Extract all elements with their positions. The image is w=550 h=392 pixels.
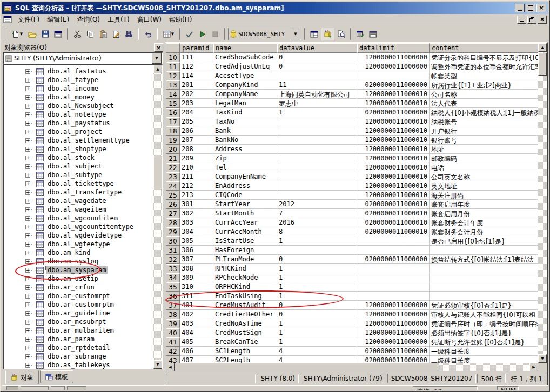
table-row[interactable]: 29 304 CurrAccMonth 8 0200000011000010 账…: [166, 227, 538, 236]
tree-item[interactable]: + dbo.am_syslog: [4, 257, 153, 266]
cell-datavalue[interactable]: 1: [277, 282, 357, 292]
cell-datalimit[interactable]: 0200000011000000: [357, 255, 430, 264]
object-search-button[interactable]: [335, 28, 347, 40]
cell-paramid[interactable]: 202: [180, 90, 213, 99]
cell-content[interactable]: 所属行业{[1]工业;[2]商业}: [430, 80, 538, 90]
tree-item[interactable]: + dbo.al_subtype: [4, 171, 153, 179]
row-number-cell[interactable]: 19: [166, 136, 180, 145]
cell-content[interactable]: 公司英文名称: [430, 172, 538, 181]
expand-plus-icon[interactable]: +: [25, 207, 30, 212]
scroll-left-icon[interactable]: ◀: [166, 363, 175, 371]
cell-name[interactable]: IsStartUse: [213, 236, 277, 246]
expand-plus-icon[interactable]: +: [25, 173, 30, 178]
cell-datavalue[interactable]: [277, 191, 357, 200]
cell-paramid[interactable]: 304: [180, 227, 213, 236]
row-number-cell[interactable]: 41: [166, 337, 180, 347]
child-restore-button[interactable]: [527, 16, 536, 24]
table-row[interactable]: 30 305 IsStartUse 1 是否已启用{[0]否;[1]是}: [166, 236, 538, 246]
tree-item[interactable]: + dbo.ar_mcsubrpt: [4, 317, 153, 326]
expand-plus-icon[interactable]: +: [25, 156, 30, 160]
row-number-cell[interactable]: 28: [166, 218, 180, 227]
table-row[interactable]: 10 111 CredShowSubCode 0 120000001100000…: [166, 53, 538, 62]
tree-item[interactable]: + dbo.am_sysparam: [4, 266, 153, 274]
tree-item[interactable]: + dbo.al_money: [4, 93, 153, 102]
cell-datavalue[interactable]: 7: [277, 209, 357, 218]
cell-name[interactable]: TaxNo: [213, 117, 277, 126]
cell-paramid[interactable]: 303: [180, 218, 213, 227]
cell-datalimit[interactable]: 0200000011000000: [357, 356, 430, 363]
cell-datavalue[interactable]: 2012: [277, 200, 357, 209]
tree-item[interactable]: + dbo.am_kind: [4, 248, 153, 257]
cell-datavalue[interactable]: 0: [277, 301, 357, 310]
cell-content[interactable]: 二级科目长度: [430, 356, 538, 363]
child-minimize-button[interactable]: [517, 16, 526, 24]
new-query-button[interactable]: ▼: [9, 28, 25, 40]
row-number-cell[interactable]: 15: [166, 99, 180, 108]
table-row[interactable]: 35 310 ORPHCKind 1: [166, 282, 538, 292]
cell-name[interactable]: Bank: [213, 126, 277, 136]
menu-item[interactable]: 窗口(W): [133, 14, 165, 25]
cell-paramid[interactable]: 213: [180, 191, 213, 200]
cell-content[interactable]: 损益结转方式{[0]帐结法;[1]表结法: [430, 255, 538, 264]
cell-name[interactable]: StartYear: [213, 200, 277, 209]
tree-item[interactable]: + dbo.al_wageitem: [4, 205, 153, 214]
column-header-datalimit[interactable]: datalimit: [357, 43, 430, 53]
cell-paramid[interactable]: 407: [180, 356, 213, 363]
cell-paramid[interactable]: 310: [180, 282, 213, 292]
expand-plus-icon[interactable]: +: [25, 216, 30, 221]
row-number-cell[interactable]: 21: [166, 154, 180, 163]
cell-content[interactable]: [430, 246, 538, 255]
cell-paramid[interactable]: 301: [180, 200, 213, 209]
cell-paramid[interactable]: 405: [180, 337, 213, 347]
cell-content[interactable]: 审核人与记账人不能相同{[0]可以相: [430, 310, 538, 319]
row-number-cell[interactable]: 20: [166, 145, 180, 154]
grid-vscroll-thumb[interactable]: [538, 53, 547, 76]
row-number-cell[interactable]: 32: [166, 255, 180, 264]
cell-datavalue[interactable]: 4: [277, 347, 357, 356]
tree-item[interactable]: + dbo.am_usetip: [4, 274, 153, 283]
tab-objects[interactable]: 对象: [5, 370, 39, 384]
row-number-cell[interactable]: 38: [166, 310, 180, 319]
cell-name[interactable]: StartMonth: [213, 209, 277, 218]
cell-content[interactable]: 英文地址: [430, 181, 538, 191]
table-row[interactable]: 32 307 PLTranMode 0 0200000011000000 损益结…: [166, 255, 538, 264]
cell-content[interactable]: [430, 273, 538, 282]
expand-plus-icon[interactable]: +: [25, 104, 30, 109]
expand-plus-icon[interactable]: +: [25, 112, 30, 117]
table-row[interactable]: 20 208 Address 1200000011000010 地址: [166, 145, 538, 154]
tree-item[interactable]: + dbo.as_tablekeys: [4, 361, 153, 369]
table-row[interactable]: 17 205 TaxNo 1200000011000010 纳税账号: [166, 117, 538, 126]
table-row[interactable]: 21 209 Zip 1200000011000010 邮政编码: [166, 154, 538, 163]
expand-plus-icon[interactable]: +: [25, 346, 30, 350]
cell-datalimit[interactable]: 0200000011000000: [357, 108, 430, 117]
tree-item[interactable]: + dbo.al_wgcountitemtype: [4, 222, 153, 231]
row-number-cell[interactable]: 33: [166, 264, 180, 273]
tree-item[interactable]: + dbo.al_shoptype: [4, 145, 153, 153]
table-row[interactable]: 31 306 HasForeign: [166, 246, 538, 255]
row-number-cell[interactable]: 14: [166, 90, 180, 99]
table-row[interactable]: 19 207 BankNo 1200000011000010 银行账号: [166, 136, 538, 145]
cell-datalimit[interactable]: [357, 236, 430, 246]
cell-name[interactable]: RPCheckMode: [213, 273, 277, 282]
table-row[interactable]: 36 311 EndTaskUsing 1: [166, 292, 538, 301]
cell-name[interactable]: HasForeign: [213, 246, 277, 255]
cell-datavalue[interactable]: 4: [277, 356, 357, 363]
table-row[interactable]: 33 308 RPHCKind 1: [166, 264, 538, 273]
cell-name[interactable]: CompanyEnName: [213, 172, 277, 181]
expand-plus-icon[interactable]: +: [25, 130, 30, 134]
table-row[interactable]: 41 405 BreakCanTie 1 1200000011000000 凭证…: [166, 337, 538, 347]
cell-datalimit[interactable]: 0200000011000010: [357, 227, 430, 236]
cell-datalimit[interactable]: [357, 246, 430, 255]
paste-button[interactable]: [97, 28, 109, 40]
tree-item[interactable]: + dbo.ar_param: [4, 335, 153, 343]
cell-name[interactable]: CredNoAsTime: [213, 319, 277, 328]
tree-item[interactable]: + dbo.al_transfertype: [4, 188, 153, 197]
toolbar-grip[interactable]: [4, 28, 6, 40]
expand-plus-icon[interactable]: +: [25, 138, 30, 143]
database-combo-arrow[interactable]: ▼: [291, 29, 300, 39]
cell-paramid[interactable]: 403: [180, 319, 213, 328]
table-row[interactable]: 43 407 SC2Length 4 0200000011000000 二级科目…: [166, 356, 538, 363]
expand-plus-icon[interactable]: +: [25, 86, 30, 91]
cell-name[interactable]: EndTaskUsing: [213, 292, 277, 301]
table-row[interactable]: 42 406 SC1Length 4 0200000011000000 一级科目…: [166, 347, 538, 356]
